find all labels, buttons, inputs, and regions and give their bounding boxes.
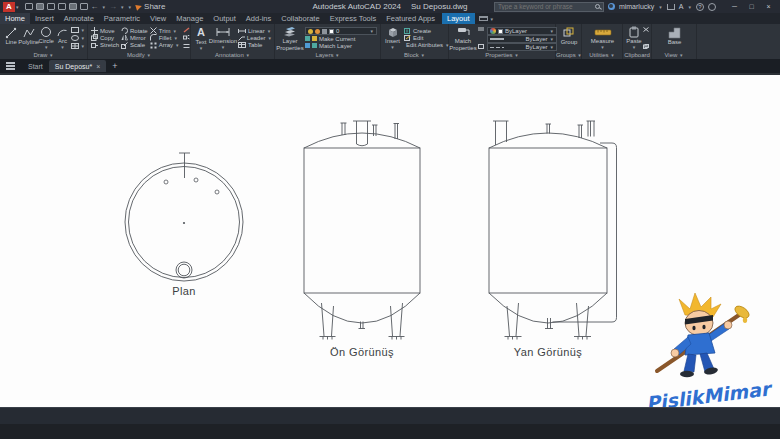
leader-tool[interactable]: Leader▾: [238, 34, 272, 41]
tab-collaborate[interactable]: Collaborate: [276, 13, 324, 24]
tab-addins[interactable]: Add-ins: [241, 13, 276, 24]
offset-tool[interactable]: [183, 43, 190, 49]
cut-icon[interactable]: [643, 27, 649, 32]
tab-document[interactable]: Su Deposu* ×: [49, 60, 106, 72]
tab-start[interactable]: Start: [22, 60, 49, 72]
user-menu-caret-icon[interactable]: ▾: [659, 4, 662, 10]
apps-caret-icon[interactable]: ▾: [688, 4, 691, 10]
text-tool[interactable]: A Text ▾: [194, 26, 208, 51]
text-caret-icon[interactable]: ▾: [200, 46, 203, 52]
ribbon-display-toggle[interactable]: ▾: [475, 13, 499, 24]
tab-output[interactable]: Output: [208, 13, 241, 24]
print-icon[interactable]: [80, 3, 88, 10]
stretch-tool[interactable]: Stretch: [91, 42, 119, 49]
lineweight-dropdown[interactable]: ByLayer ▾: [487, 35, 557, 43]
tab-featured-apps[interactable]: Featured Apps: [381, 13, 440, 24]
redo-icon[interactable]: →: [109, 2, 117, 11]
hatch-tool[interactable]: ▾: [71, 43, 85, 49]
file-tabs-menu-icon[interactable]: [6, 62, 15, 70]
arc-tool[interactable]: Arc ▾: [54, 26, 70, 51]
fillet-tool[interactable]: Fillet▾: [150, 34, 180, 41]
tab-layout[interactable]: Layout: [442, 13, 475, 24]
utilities-panel-label[interactable]: Utilities ▾: [582, 52, 622, 58]
redo-caret-icon[interactable]: ▾: [121, 4, 124, 10]
color-dropdown[interactable]: ByLayer ▾: [487, 27, 557, 35]
plot-icon[interactable]: [69, 3, 77, 10]
tab-express-tools[interactable]: Express Tools: [325, 13, 382, 24]
tab-annotate[interactable]: Annotate: [59, 13, 99, 24]
base-tool[interactable]: Base: [665, 26, 685, 51]
undo-icon[interactable]: ←: [91, 2, 99, 11]
circle-caret-icon[interactable]: ▾: [45, 45, 48, 51]
paste-caret-icon[interactable]: ▾: [633, 45, 636, 51]
properties-list-icon[interactable]: [478, 27, 484, 32]
measure-caret-icon[interactable]: ▾: [601, 45, 604, 51]
erase-tool[interactable]: [183, 27, 190, 33]
linetype-dropdown[interactable]: ByLayer ▾: [487, 43, 557, 51]
make-current-tool[interactable]: Make Current: [305, 35, 377, 42]
line-tool[interactable]: Line: [3, 26, 19, 51]
arc-caret-icon[interactable]: ▾: [61, 45, 64, 51]
paste-tool[interactable]: Paste ▾: [626, 26, 642, 51]
transparency-icon[interactable]: [478, 44, 484, 49]
rectangle-tool[interactable]: ▾: [71, 27, 85, 33]
circle-tool[interactable]: Circle ▾: [38, 26, 54, 51]
match-properties-tool[interactable]: Match Properties: [452, 26, 474, 51]
view-panel-label[interactable]: View ▾: [652, 52, 696, 58]
block-create-tool[interactable]: Create: [404, 27, 446, 34]
rotate-tool[interactable]: Rotate: [121, 27, 148, 34]
edit-attributes-tool[interactable]: Edit Attributes▾: [404, 42, 446, 49]
insert-caret-icon[interactable]: ▾: [391, 45, 394, 51]
search-input[interactable]: [498, 3, 592, 10]
username[interactable]: mimarlucky: [619, 3, 654, 10]
layer-dropdown[interactable]: 0 ▾: [305, 27, 377, 35]
groups-panel-label[interactable]: Groups ▾: [556, 52, 581, 58]
notifications-icon[interactable]: [708, 3, 716, 11]
help-icon[interactable]: ?: [696, 3, 704, 11]
new-tab-button[interactable]: +: [112, 61, 117, 71]
copy-clip-icon[interactable]: [643, 44, 649, 49]
trim-tool[interactable]: Trim▾: [150, 27, 180, 34]
user-avatar-icon[interactable]: [608, 3, 615, 10]
share-button[interactable]: Share: [136, 2, 165, 11]
undo-caret-icon[interactable]: ▾: [103, 4, 106, 10]
layer-properties-tool[interactable]: Layer Properties: [278, 26, 302, 51]
search-box[interactable]: [494, 2, 604, 12]
tab-parametric[interactable]: Parametric: [99, 13, 145, 24]
tab-insert[interactable]: Insert: [30, 13, 59, 24]
layers-panel-label[interactable]: Layers ▾: [275, 52, 380, 58]
minimize-button[interactable]: ─: [726, 3, 743, 10]
linear-tool[interactable]: Linear▾: [238, 27, 272, 34]
ellipse-tool[interactable]: ▾: [71, 35, 85, 41]
move-tool[interactable]: Move: [91, 27, 119, 34]
array-tool[interactable]: Array▾: [150, 42, 180, 49]
block-edit-tool[interactable]: Edit: [404, 34, 446, 41]
block-panel-label[interactable]: Block ▾: [381, 52, 448, 58]
draw-panel-label[interactable]: Draw ▾: [0, 52, 87, 58]
dimension-caret-icon[interactable]: ▾: [222, 45, 225, 51]
drawing-canvas[interactable]: Plan Ön Görünüş Yan Görünüş PislikMimar: [0, 75, 780, 407]
properties-panel-label[interactable]: Properties ▾: [449, 52, 555, 58]
autocad-logo-icon[interactable]: A: [3, 2, 15, 12]
polyline-tool[interactable]: Polyline: [19, 26, 38, 51]
autodesk-apps-icon[interactable]: A: [679, 3, 684, 10]
restore-button[interactable]: □: [743, 3, 760, 10]
table-tool[interactable]: Table: [238, 42, 272, 49]
tab-manage[interactable]: Manage: [171, 13, 208, 24]
match-layer-tool[interactable]: Match Layer: [305, 42, 377, 49]
new-file-icon[interactable]: [25, 3, 33, 10]
app-menu-caret-icon[interactable]: ▾: [16, 4, 19, 10]
scale-tool[interactable]: Scale: [121, 42, 148, 49]
save-as-icon[interactable]: [58, 3, 66, 10]
measure-tool[interactable]: Measure ▾: [590, 26, 616, 51]
clipboard-panel-label[interactable]: Clipboard: [623, 52, 651, 58]
explode-tool[interactable]: [183, 35, 190, 41]
dimension-tool[interactable]: Dimension ▾: [211, 26, 235, 51]
cart-icon[interactable]: [667, 4, 675, 10]
close-button[interactable]: ×: [760, 3, 777, 10]
modify-panel-label[interactable]: Modify ▾: [88, 52, 190, 58]
insert-tool[interactable]: Insert ▾: [384, 26, 401, 51]
mirror-tool[interactable]: Mirror: [121, 34, 148, 41]
tab-home[interactable]: Home: [0, 13, 30, 24]
tab-view[interactable]: View: [145, 13, 171, 24]
